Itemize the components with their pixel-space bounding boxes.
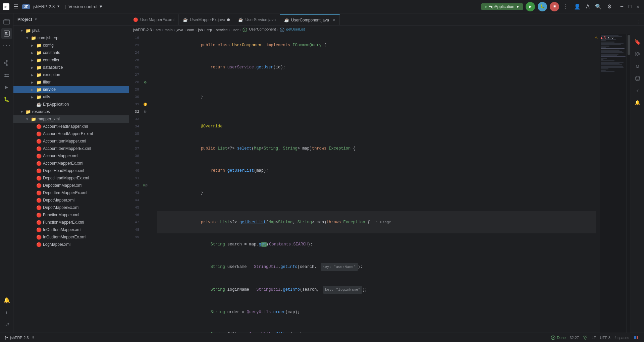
- tree-item-accountmapperex[interactable]: 🔴 AccountMapperEx.xml: [13, 160, 129, 167]
- settings-button[interactable]: ⚙: [606, 2, 613, 11]
- status-git-icon[interactable]: [583, 335, 588, 340]
- sidebar-icon-vcs[interactable]: ⎇: [1, 319, 12, 330]
- breadcrumb-getuserlist[interactable]: m getUserList: [280, 27, 305, 32]
- tab-close-button[interactable]: ✕: [332, 18, 335, 22]
- tree-item-erpapplication[interactable]: ☕ ErpApplication: [13, 101, 129, 108]
- tree-item-controller[interactable]: ▶ 📁 controller: [13, 56, 129, 64]
- tree-item-config[interactable]: ▶ 📁 config: [13, 42, 129, 49]
- debug-button[interactable]: 🐛: [538, 2, 547, 11]
- run-config-button[interactable]: ● ErpApplication ▼: [481, 3, 523, 10]
- tree-item-accountitemmapper[interactable]: 🔴 AccountItemMapper.xml: [13, 137, 129, 145]
- code-content-area[interactable]: public class UserComponent implements IC…: [153, 34, 600, 333]
- folder-icon: 📁: [36, 72, 42, 77]
- right-icon-notifications[interactable]: 🔔: [632, 97, 643, 108]
- breadcrumb-com[interactable]: com: [187, 28, 194, 32]
- tree-arrow: ▶: [31, 95, 36, 99]
- tree-item-com-jsh-erp[interactable]: ▼ 📁 com.jsh.erp: [13, 34, 129, 42]
- breadcrumb-main[interactable]: main: [165, 28, 173, 32]
- stop-button[interactable]: ■: [550, 2, 559, 11]
- breadcrumb-java[interactable]: java: [176, 28, 183, 32]
- search-button[interactable]: 🔍: [594, 2, 603, 11]
- tree-item-constants[interactable]: ▶ 📁 constants: [13, 49, 129, 56]
- status-vcs-update[interactable]: ⬇: [32, 335, 35, 340]
- right-icon-structure[interactable]: [632, 49, 643, 60]
- tree-label-service: service: [43, 87, 56, 92]
- sidebar-icon-tools[interactable]: [1, 70, 12, 80]
- scroll-up-btn[interactable]: ∧: [607, 36, 610, 40]
- scrollbar-thumb[interactable]: [628, 35, 630, 55]
- right-icon-bookmark[interactable]: 🔖: [632, 37, 643, 48]
- tab-userservice-java[interactable]: ☕ UserService.java: [234, 14, 280, 25]
- right-icon-database[interactable]: [632, 73, 643, 84]
- sidebar-icon-notifications[interactable]: 🔔: [1, 295, 12, 306]
- breadcrumb-src[interactable]: src: [156, 28, 161, 32]
- app-dropdown-arrow[interactable]: ▼: [57, 5, 59, 8]
- tab-usercomponent-java[interactable]: ☕ UserComponent.java ✕: [280, 14, 340, 25]
- status-position[interactable]: 32:27: [570, 336, 579, 340]
- tree-item-depotmapper[interactable]: 🔴 DepotMapper.xml: [13, 196, 129, 204]
- vcs-button[interactable]: Version control ▼: [68, 4, 103, 9]
- right-icon-maven[interactable]: M: [632, 61, 643, 72]
- right-icon-endpoints[interactable]: ⚡: [632, 85, 643, 96]
- tree-item-functionmapperex[interactable]: 🔴 FunctionMapperEx.xml: [13, 219, 129, 226]
- gutter-row-16: 16: [129, 34, 153, 42]
- tree-item-depotitemmapper[interactable]: 🔴 DepotItemMapper.xml: [13, 182, 129, 189]
- run-button[interactable]: ▶: [526, 2, 535, 11]
- tree-item-filter[interactable]: ▶ 📁 filter: [13, 78, 129, 86]
- tree-item-accountheadmapperex[interactable]: 🔴 AccountHeadMapperEx.xml: [13, 130, 129, 137]
- tree-item-depotmapperex[interactable]: 🔴 DepotMapperEx.xml: [13, 204, 129, 211]
- status-encoding[interactable]: UTF-8: [600, 336, 610, 340]
- sidebar-icon-project[interactable]: [1, 28, 12, 39]
- breadcrumb-service[interactable]: service: [216, 28, 228, 32]
- sidebar-icon-git[interactable]: [1, 58, 12, 68]
- tree-item-exception[interactable]: ▶ 📁 exception: [13, 71, 129, 78]
- status-done[interactable]: Done: [551, 335, 566, 340]
- profile-button[interactable]: 👤: [573, 2, 582, 11]
- status-indent[interactable]: 4 spaces: [614, 336, 629, 340]
- tree-item-depotheadmapperex[interactable]: 🔴 DepotHeadMapperEx.xml: [13, 174, 129, 182]
- sidebar-icon-commit[interactable]: ⬆: [1, 307, 12, 318]
- tree-item-functionmapper[interactable]: 🔴 FunctionMapper.xml: [13, 211, 129, 219]
- hamburger-button[interactable]: ☰: [12, 2, 19, 11]
- close-button[interactable]: ✕: [635, 3, 641, 10]
- tree-item-accountheadmapper[interactable]: 🔴 AccountHeadMapper.xml: [13, 123, 129, 130]
- sidebar-icon-folder[interactable]: [1, 16, 12, 27]
- translate-button[interactable]: A: [585, 2, 591, 11]
- tree-item-depotitemmapperex[interactable]: 🔴 DepotItemMapperEx.xml: [13, 189, 129, 196]
- status-lf[interactable]: LF: [592, 336, 596, 340]
- sidebar-icon-more[interactable]: ···: [1, 40, 12, 51]
- tab-usermapperex-java[interactable]: ☕ UserMapperEx.java: [179, 14, 234, 25]
- tree-item-inoutitemmapper[interactable]: 🔴 InOutItemMapper.xml: [13, 226, 129, 233]
- breadcrumb-usercomponent[interactable]: C UserComponent: [243, 27, 276, 32]
- tree-item-resources[interactable]: ▼ 📁 resources: [13, 108, 129, 115]
- scroll-down-btn[interactable]: ∨: [611, 36, 614, 40]
- tree-item-accountitemmapperex[interactable]: 🔴 AccountItemMapperEx.xml: [13, 145, 129, 152]
- breadcrumb-jshERP[interactable]: jshERP-2.3: [133, 28, 152, 32]
- project-dropdown[interactable]: ▼: [34, 17, 38, 21]
- breadcrumb-user[interactable]: user: [231, 28, 238, 32]
- tree-item-datasource[interactable]: ▶ 📁 datasource: [13, 64, 129, 71]
- breadcrumb-erp[interactable]: erp: [207, 28, 212, 32]
- status-branch[interactable]: jshERP-2.3: [4, 335, 29, 340]
- tree-item-utils[interactable]: ▶ 📁 utils: [13, 93, 129, 101]
- tree-item-service[interactable]: ▶ 📁 service: [13, 86, 129, 93]
- more-options-button[interactable]: ⋮: [562, 2, 570, 11]
- tree-item-logmapper[interactable]: 🔴 LogMapper.xml: [13, 241, 129, 248]
- tree-item-depotheadmapper[interactable]: 🔴 DepotHeadMapper.xml: [13, 167, 129, 174]
- tree-item-java[interactable]: ▼ 📁 java: [13, 27, 129, 34]
- tree-item-inoutitemmapperex[interactable]: 🔴 InOutItemMapperEx.xml: [13, 233, 129, 241]
- tree-item-mapper-xml[interactable]: ▼ 📁 mapper_xml: [13, 115, 129, 123]
- code-editor[interactable]: 16 23 24 25: [129, 34, 631, 333]
- svg-text:m: m: [281, 29, 283, 32]
- tree-item-accountmapper[interactable]: 🔴 AccountMapper.xml: [13, 152, 129, 160]
- line-num-35: 35: [129, 130, 141, 137]
- sidebar-icon-run[interactable]: ▶: [1, 82, 12, 93]
- restore-button[interactable]: □: [627, 3, 633, 10]
- tabs-more-icon[interactable]: ⋮: [637, 19, 641, 25]
- gutter-icon-43: [141, 189, 149, 196]
- sidebar-icon-debug[interactable]: 🐛: [1, 94, 12, 105]
- scrollbar-track[interactable]: [627, 34, 631, 333]
- breadcrumb-jsh[interactable]: jsh: [198, 28, 203, 32]
- tab-usermapperex-xml[interactable]: 🔴 UserMapperEx.xml: [129, 14, 179, 25]
- minimize-button[interactable]: ─: [619, 3, 625, 10]
